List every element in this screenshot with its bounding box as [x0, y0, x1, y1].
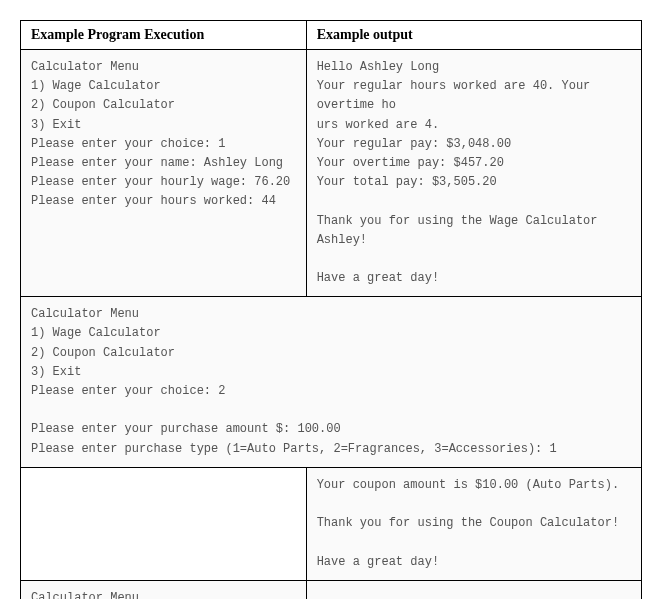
header-execution: Example Program Execution — [21, 21, 307, 50]
table-row: Calculator Menu 1) Wage Calculator 2) Co… — [21, 580, 642, 599]
header-output: Example output — [306, 21, 641, 50]
table-row: Your coupon amount is $10.00 (Auto Parts… — [21, 467, 642, 580]
row1-output: Hello Ashley Long Your regular hours wor… — [306, 50, 641, 297]
example-table: Example Program Execution Example output… — [20, 20, 642, 599]
table-row: Calculator Menu 1) Wage Calculator 2) Co… — [21, 297, 642, 468]
row4-execution: Calculator Menu 1) Wage Calculator 2) Co… — [21, 580, 307, 599]
table-row: Calculator Menu 1) Wage Calculator 2) Co… — [21, 50, 642, 297]
row1-execution: Calculator Menu 1) Wage Calculator 2) Co… — [21, 50, 307, 297]
row3-output: Your coupon amount is $10.00 (Auto Parts… — [306, 467, 641, 580]
row4-output: This program will now end. Thank you for… — [306, 580, 641, 599]
row3-execution — [21, 467, 307, 580]
row2-execution: Calculator Menu 1) Wage Calculator 2) Co… — [21, 297, 642, 468]
